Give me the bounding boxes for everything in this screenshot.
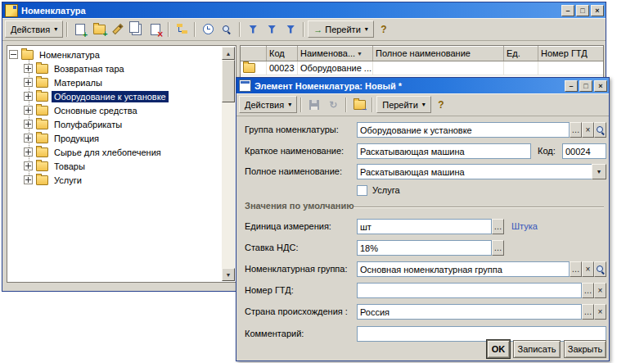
tree-item[interactable]: Услуги (9, 173, 236, 187)
nomenclature-tree: Номенклатура Возвратная тара Материалы О… (7, 45, 236, 283)
main-titlebar[interactable]: Номенклатура – □ × (2, 2, 606, 18)
group-open-button[interactable] (594, 122, 606, 138)
dialog-title: Элемент Номенклатура: Новый * (254, 81, 561, 91)
column-header[interactable]: Наименова...▼ (298, 46, 373, 61)
expand-icon[interactable] (24, 161, 33, 170)
toolbar-separator (66, 22, 68, 37)
close-button[interactable]: × (591, 5, 604, 16)
actions-menu-button[interactable]: Действия (5, 20, 63, 38)
tree-item[interactable]: Товары (9, 159, 236, 173)
close-form-button[interactable]: Закрыть (564, 340, 606, 358)
scroll-down-icon[interactable]: ▼ (222, 268, 235, 281)
expand-icon[interactable] (24, 175, 33, 184)
maximize-button[interactable]: □ (576, 5, 589, 16)
dialog-help-button[interactable]: ? (432, 96, 450, 113)
code-field[interactable] (562, 143, 606, 159)
table-row[interactable]: 00023 Оборудование ... (241, 61, 603, 75)
tree-item-selected[interactable]: Оборудование к установке (9, 89, 236, 103)
clear-filter-button[interactable] (281, 20, 299, 38)
tree-item[interactable]: Основные средства (9, 103, 236, 117)
ok-button[interactable]: OK (487, 340, 510, 358)
gtd-cell (538, 61, 603, 75)
dialog-titlebar[interactable]: Элемент Номенклатура: Новый * – □ × (236, 78, 609, 93)
vat-choose-button[interactable]: … (492, 240, 504, 256)
expand-icon[interactable] (24, 92, 33, 101)
copy-button[interactable] (128, 20, 146, 38)
vat-field[interactable] (357, 240, 492, 256)
defaults-section-title: Значения по умолчанию (245, 201, 354, 211)
dialog-close-button[interactable]: × (594, 80, 607, 92)
gtd-field-label: Номер ГТД: (245, 285, 294, 295)
reread-button[interactable] (324, 96, 342, 113)
gtd-choose-button[interactable]: … (582, 283, 594, 298)
group-field[interactable] (357, 122, 570, 138)
nomen-group-choose-button[interactable]: … (570, 261, 582, 277)
goto-menu-button[interactable]: Перейти (308, 20, 374, 38)
column-header-label: Наименова... (300, 48, 355, 58)
dialog-minimize-button[interactable]: – (565, 80, 578, 92)
nomen-group-clear-button[interactable]: × (582, 261, 594, 277)
unit-choose-button[interactable]: … (492, 219, 504, 234)
table-header: Код Наименова...▼ Полное наименование Ед… (241, 46, 603, 61)
tree-item-root[interactable]: Номенклатура (9, 48, 236, 61)
expand-icon[interactable] (24, 147, 33, 157)
group-clear-button[interactable]: × (582, 122, 594, 138)
hierarchical-list-button[interactable] (173, 20, 191, 38)
expand-icon[interactable] (24, 134, 33, 143)
column-header-label: Номер ГТД (541, 48, 588, 58)
save-button[interactable] (305, 96, 323, 113)
folder-icon (36, 106, 48, 116)
column-header[interactable]: Код (267, 46, 298, 61)
minimize-button[interactable]: – (561, 5, 574, 16)
dialog-actions-menu-button[interactable]: Действия (239, 96, 297, 113)
column-header[interactable]: Номер ГТД (538, 46, 603, 61)
country-clear-button[interactable]: × (594, 304, 606, 320)
write-button[interactable]: Записать (513, 340, 561, 358)
tree-item[interactable]: Продукция (9, 131, 236, 145)
history-button[interactable] (199, 20, 217, 38)
full-name-dropdown-button[interactable]: ▼ (592, 164, 606, 179)
edit-button[interactable] (109, 20, 127, 38)
expand-icon[interactable] (24, 78, 33, 87)
tree-item[interactable]: Возвратная тара (9, 61, 236, 75)
service-checkbox-label: Услуга (372, 185, 400, 195)
section-divider (354, 206, 604, 208)
service-checkbox[interactable] (357, 185, 367, 196)
search-button[interactable] (218, 20, 236, 38)
full-name-field-label: Полное наименование: (245, 166, 342, 176)
add-button[interactable] (71, 20, 89, 38)
expand-icon[interactable] (24, 64, 33, 73)
dialog-goto-menu-button[interactable]: Перейти (376, 96, 431, 113)
add-group-button[interactable] (90, 20, 108, 38)
set-delete-mark-button[interactable] (146, 20, 164, 38)
toolbar-separator (300, 98, 302, 112)
collapse-icon[interactable] (9, 50, 18, 59)
goto-list-button[interactable] (350, 96, 368, 113)
group-choose-button[interactable]: … (570, 122, 582, 138)
nomen-group-open-button[interactable] (594, 261, 606, 277)
nomen-group-field[interactable] (357, 261, 570, 277)
help-button[interactable]: ? (375, 20, 393, 38)
filter-by-value-button[interactable] (263, 20, 281, 38)
gtd-clear-button[interactable]: × (594, 283, 606, 298)
set-delete-mark-icon (151, 24, 160, 35)
column-header-label: Код (269, 48, 285, 58)
gtd-field[interactable] (357, 283, 582, 298)
tree-item[interactable]: Сырье для хлебопечения (9, 145, 236, 159)
history-icon (203, 24, 214, 34)
expand-icon[interactable] (24, 106, 33, 115)
row-marker-column-header[interactable] (241, 46, 267, 61)
country-choose-button[interactable]: … (582, 304, 594, 320)
short-name-field[interactable] (357, 143, 531, 159)
column-header[interactable]: Полное наименование (373, 46, 504, 61)
dialog-maximize-button[interactable]: □ (579, 80, 592, 92)
full-name-combo[interactable] (357, 164, 592, 179)
unit-field[interactable] (357, 219, 492, 234)
filter-icon (249, 25, 257, 34)
country-field[interactable] (357, 304, 582, 320)
expand-icon[interactable] (24, 120, 33, 129)
filter-button[interactable] (244, 20, 262, 38)
tree-item[interactable]: Полуфабрикаты (9, 117, 236, 131)
tree-item[interactable]: Материалы (9, 75, 236, 89)
column-header[interactable]: Ед. (504, 46, 538, 61)
